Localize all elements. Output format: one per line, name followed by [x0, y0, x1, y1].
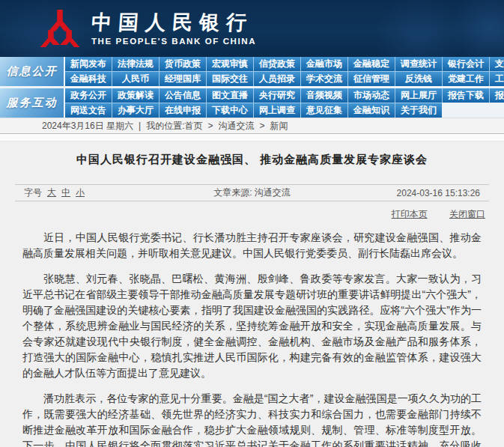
nav-item[interactable]: 下载中心 [206, 103, 253, 118]
nav-item[interactable]: 金融稳定 [347, 57, 395, 71]
nav-grid: 政务公开 政策解读 公告信息 图文直播 央行研究 音频视频 市场动态 网上展厅 … [65, 88, 504, 118]
breadcrumb-channel[interactable]: 沟通交流 [219, 120, 255, 133]
article-meta-bar: 字号 大 中 小 文章来源: 沟通交流 2024-03-16 15:13:26 [15, 184, 489, 201]
nav-item[interactable]: 网送文告 [65, 103, 112, 118]
nav-item[interactable]: 意见征集 [300, 103, 347, 118]
nav-item[interactable]: 公告信息 [159, 88, 206, 103]
breadcrumb-separator: | [139, 121, 141, 131]
nav-item[interactable]: 信贷政策 [253, 57, 300, 71]
nav-item[interactable]: 党建工作 [442, 71, 489, 86]
bank-name-cn: 中国人民银行 [91, 11, 257, 34]
nav-item[interactable]: 图文直播 [206, 88, 253, 103]
nav-section-services: 服务互动 政务公开 政策解读 公告信息 图文直播 央行研究 音频视频 市场动态 … [0, 88, 504, 118]
page-title: 中国人民银行召开建设金融强国、 推动金融高质量发展专家座谈会 [0, 153, 504, 167]
main-navigation: 信息公开 新闻发布 法律法规 货币政策 宏观审慎 信贷政策 金融市场 金融稳定 … [0, 57, 504, 118]
nav-section-information: 信息公开 新闻发布 法律法规 货币政策 宏观审慎 信贷政策 金融市场 金融稳定 … [0, 57, 504, 86]
nav-item[interactable]: 国际交往 [206, 71, 253, 86]
nav-item[interactable]: 政务公开 [65, 88, 112, 103]
nav-item[interactable]: 学术交流 [300, 71, 347, 86]
article-datetime: 2024-03-16 15:13:26 [330, 188, 480, 198]
nav-item[interactable]: 反洗钱 [395, 71, 442, 86]
pboc-news-page: 中国人民银行 THE PEOPLE'S BANK OF CHINA 信息公开 新… [0, 0, 504, 447]
bank-name-en: THE PEOPLE'S BANK OF CHINA [91, 37, 256, 46]
nav-item[interactable]: 金融知识 [347, 103, 395, 118]
nav-item[interactable]: 央行研究 [253, 88, 300, 103]
font-size-controls: 字号 大 中 小 [24, 186, 174, 199]
nav-item[interactable]: 政策解读 [112, 88, 159, 103]
site-header: 中国人民银行 THE PEOPLE'S BANK OF CHINA [0, 0, 504, 57]
print-page-button[interactable]: 打印本页 [392, 209, 428, 219]
font-size-small-button[interactable]: 小 [76, 186, 85, 199]
nav-label-service-interaction[interactable]: 服务互动 [0, 88, 64, 118]
nav-item[interactable]: 办事大厅 [112, 103, 159, 118]
nav-item[interactable]: 经理国库 [159, 71, 206, 86]
nav-row: 新闻发布 法律法规 货币政策 宏观审慎 信贷政策 金融市场 金融稳定 调查统计 … [65, 57, 504, 71]
article-paragraph: 潘功胜表示，各位专家的意见十分重要。金融是“国之大者”，建设金融强国是一项久久为… [22, 391, 482, 447]
article-paragraph: 近日，中国人民银行党委书记、行长潘功胜主持召开专家座谈会，研究建设金融强国、推动… [22, 230, 482, 261]
breadcrumb-home[interactable]: 我的位置:首页 [146, 120, 202, 133]
nav-item[interactable]: 网上调查 [253, 103, 300, 118]
nav-item[interactable]: 人民币 [112, 71, 159, 86]
nav-item[interactable]: 工会工作 [489, 71, 504, 86]
nav-grid: 新闻发布 法律法规 货币政策 宏观审慎 信贷政策 金融市场 金融稳定 调查统计 … [65, 57, 504, 86]
font-size-medium-button[interactable]: 中 [61, 186, 70, 199]
breadcrumb-chevron: > [208, 121, 213, 131]
nav-item[interactable]: 调查统计 [395, 57, 442, 71]
close-window-button[interactable]: 关闭窗口 [449, 209, 485, 219]
article-paragraph: 张晓慧、刘元春、张晓晶、巴曙松、黄海洲、殷剑峰、鲁政委等专家发言。大家一致认为，… [22, 271, 482, 381]
nav-item[interactable]: 货币政策 [159, 57, 206, 71]
breadcrumb-current-page: 新闻 [270, 120, 288, 133]
nav-row: 政务公开 政策解读 公告信息 图文直播 央行研究 音频视频 市场动态 网上展厅 … [65, 88, 504, 103]
nav-item[interactable]: 报告下载 [442, 88, 489, 103]
nav-item[interactable]: 支付体系 [489, 57, 504, 71]
article-actions: 打印本页 关闭窗口 [0, 201, 504, 225]
nav-item[interactable]: 市场动态 [347, 88, 395, 103]
nav-item[interactable]: 金融市场 [300, 57, 347, 71]
pboc-emblem-icon [39, 7, 81, 49]
nav-row: 网送文告 办事大厅 在线申报 下载中心 网上调查 意见征集 金融知识 关于我们 [65, 103, 504, 118]
article-source: 文章来源: 沟通交流 [174, 186, 330, 199]
nav-item[interactable]: 音频视频 [300, 88, 347, 103]
current-date: 2024年3月16日 星期六 [42, 120, 133, 133]
breadcrumb-chevron: > [260, 121, 265, 131]
nav-item[interactable]: 宏观审慎 [206, 57, 253, 71]
article-body: 近日，中国人民银行党委书记、行长潘功胜主持召开专家座谈会，研究建设金融强国、推动… [0, 225, 504, 447]
breadcrumb: 2024年3月16日 星期六 | 我的位置:首页 > 沟通交流 > 新闻 [0, 118, 504, 134]
article-content: 中国人民银行召开建设金融强国、 推动金融高质量发展专家座谈会 字号 大 中 小 … [0, 142, 504, 447]
nav-item[interactable]: 征信管理 [347, 71, 395, 86]
nav-item[interactable]: 在线申报 [159, 103, 206, 118]
nav-item[interactable]: 法律法规 [112, 57, 159, 71]
divider-band [0, 134, 504, 142]
font-size-large-button[interactable]: 大 [47, 186, 56, 199]
nav-item[interactable]: 银行会计 [442, 57, 489, 71]
nav-row: 金融科技 人民币 经理国库 国际交往 人员招录 学术交流 征信管理 反洗钱 党建… [65, 71, 504, 86]
nav-label-information-disclosure[interactable]: 信息公开 [0, 57, 64, 86]
nav-item[interactable]: 人员招录 [253, 71, 300, 86]
font-size-label: 字号 [24, 186, 42, 199]
nav-item[interactable]: 新闻发布 [65, 57, 112, 71]
nav-item[interactable]: 关于我们 [395, 103, 442, 118]
nav-item[interactable]: 网上展厅 [395, 88, 442, 103]
nav-item[interactable]: 金融科技 [65, 71, 112, 86]
nav-item[interactable]: 报刊年鉴 [489, 88, 504, 103]
